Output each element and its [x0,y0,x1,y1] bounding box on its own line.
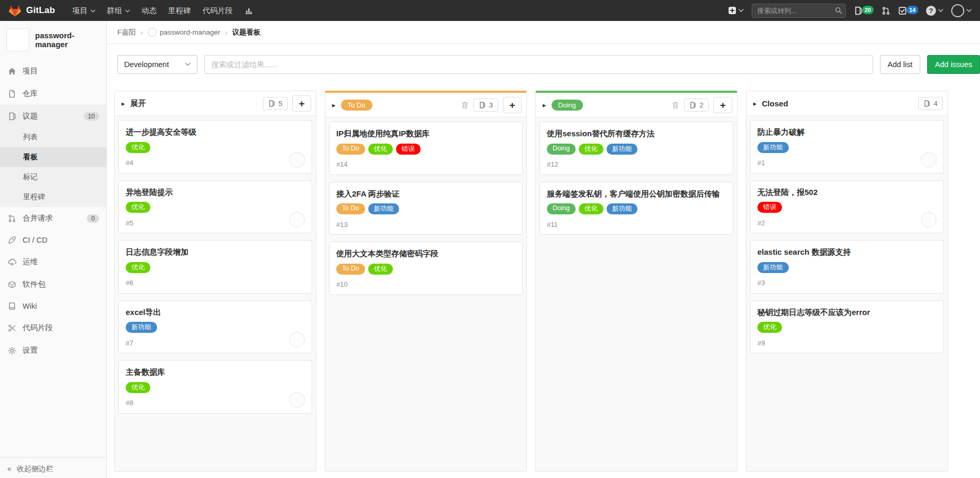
issue-card[interactable]: 接入2FA 两步验证To Do新功能#13 [329,182,523,235]
issue-label-pill[interactable]: 优化 [368,144,393,155]
issue-card[interactable]: 异地登陆提示优化#5 [118,180,312,234]
help-menu-button[interactable]: ? [926,6,943,16]
issue-label-pill[interactable]: Doing [547,144,576,155]
sidebar-item-设置[interactable]: 设置 [0,339,106,362]
sidebar-item-列表[interactable]: 列表 [0,127,106,147]
issue-count-badge: 5 [263,97,288,110]
issue-card[interactable]: 防止暴力破解新功能#1 [750,120,944,173]
issue-card[interactable]: 秘钥过期日志等级不应该为error优化#9 [750,300,944,354]
sidebar-project-context[interactable]: password-manager [0,21,106,60]
navbar-menu-item[interactable]: 群组 [101,0,136,21]
issue-label-pill[interactable]: To Do [336,264,365,275]
user-menu-button[interactable] [951,4,972,17]
issue-label-pill[interactable]: To Do [336,203,365,214]
navbar-issues-button[interactable]: 20 [854,6,874,15]
issue-card-title[interactable]: 使用session替代所有缓存方法 [547,128,726,139]
global-search-input[interactable] [752,4,846,18]
board-switcher-select[interactable]: Development [117,55,197,74]
issue-label-pill[interactable]: 优化 [126,262,150,273]
caret-right-icon[interactable]: ▸ [122,100,125,107]
column-label-pill[interactable]: Doing [552,100,583,111]
board-filter-input[interactable] [204,55,873,74]
issue-card[interactable]: 日志信息字段增加优化#6 [118,240,312,294]
issue-label-pill[interactable]: 优化 [126,382,150,393]
issue-card-title[interactable]: 秘钥过期日志等级不应该为error [757,307,937,318]
issue-card-title[interactable]: 服务端签发私钥，客户端使用公钥加密数据后传输 [547,189,726,199]
caret-right-icon[interactable]: ▸ [753,100,757,107]
issue-label-pill[interactable]: 错误 [757,202,782,213]
sidebar-item-软件包[interactable]: 软件包 [0,273,106,296]
issue-card-title[interactable]: excel导出 [126,307,305,318]
navbar-merge-requests-button[interactable] [882,6,890,15]
issue-card[interactable]: 无法登陆，报502错误#2 [750,180,944,234]
issue-card-title[interactable]: 主备数据库 [126,367,305,377]
sidebar-item-项目[interactable]: 项目 [0,60,106,82]
sidebar-item-合并请求[interactable]: 合并请求0 [0,207,106,230]
issue-card-title[interactable]: 无法登陆，报502 [757,187,937,198]
navbar-menu-item[interactable]: 里程碑 [162,0,197,21]
sidebar-item-标记[interactable]: 标记 [0,167,106,187]
add-list-button[interactable]: Add list [880,55,921,74]
sidebar-item-仓库[interactable]: 仓库 [0,82,106,105]
issue-label-pill[interactable]: 新功能 [757,262,789,273]
issue-card-title[interactable]: 进一步提高安全等级 [126,127,305,137]
issue-label-pill[interactable]: 优化 [126,202,150,213]
issue-label-pill[interactable]: 新功能 [368,203,400,214]
issue-card-title[interactable]: 接入2FA 两步验证 [336,189,515,199]
issue-label-pill[interactable]: 优化 [579,203,603,214]
issue-card[interactable]: elastic search 数据源支持新功能#3 [750,240,944,294]
add-issues-button[interactable]: Add issues [927,55,980,74]
collapse-sidebar-button[interactable]: « 收起侧边栏 [0,457,106,478]
navbar-todos-button[interactable]: 14 [898,6,918,15]
issue-label-pill[interactable]: Doing [547,203,576,214]
breadcrumb-project-link[interactable]: password-manager [148,28,221,37]
navbar-menu-item[interactable]: 代码片段 [197,0,239,21]
sidebar-item-label: 软件包 [23,279,46,289]
add-issue-to-list-button[interactable]: + [503,97,522,113]
issue-card[interactable]: IP归属地使用纯真IP数据库To Do优化错误#14 [329,122,523,175]
issue-label-pill[interactable]: 错误 [396,144,421,155]
issue-card[interactable]: 使用session替代所有缓存方法Doing优化新功能#12 [539,122,733,175]
issue-card-title[interactable]: 日志信息字段增加 [126,247,305,257]
board-column-body: IP归属地使用纯真IP数据库To Do优化错误#14接入2FA 两步验证To D… [325,117,526,471]
sidebar-item-议题[interactable]: 议题10 [0,105,106,127]
issue-card-title[interactable]: elastic search 数据源支持 [757,247,937,257]
issue-card[interactable]: 主备数据库优化#8 [118,360,312,414]
column-label-pill[interactable]: To Do [341,100,372,111]
issue-card[interactable]: 使用大文本类型存储密码字段To Do优化#10 [329,242,523,295]
add-issue-to-list-button[interactable]: + [713,97,732,113]
gitlab-logo[interactable]: GitLab [8,4,55,17]
navbar-menu-item[interactable]: 项目 [67,0,101,21]
delete-list-icon[interactable] [461,101,469,109]
sidebar-item-看板[interactable]: 看板 [0,147,106,167]
issue-card-title[interactable]: 防止暴力破解 [757,127,937,137]
add-issue-to-list-button[interactable]: + [292,95,311,112]
navbar-menu-item[interactable]: 动态 [136,0,162,21]
issue-label-pill[interactable]: 新功能 [126,322,157,333]
issue-card[interactable]: excel导出新功能#7 [118,300,312,354]
delete-list-icon[interactable] [671,101,679,109]
issue-label-pill[interactable]: 新功能 [757,142,789,153]
sidebar-item-里程碑[interactable]: 里程碑 [0,187,106,207]
issue-card[interactable]: 服务端签发私钥，客户端使用公钥加密数据后传输Doing优化新功能#11 [539,182,733,235]
sidebar-item-代码片段[interactable]: 代码片段 [0,317,106,339]
issue-card-title[interactable]: 使用大文本类型存储密码字段 [336,248,515,259]
issue-label-pill[interactable]: 优化 [757,322,782,333]
sidebar-item-Wiki[interactable]: Wiki [0,296,106,317]
breadcrumb-group-link[interactable]: F嘉阳 [117,28,136,37]
issue-label-pill[interactable]: 优化 [368,264,393,275]
issue-card-title[interactable]: IP归属地使用纯真IP数据库 [336,128,515,139]
issue-label-pill[interactable]: 新功能 [607,203,638,214]
new-menu-button[interactable] [728,6,744,15]
caret-right-icon[interactable]: ▸ [332,102,336,108]
charts-menu-item[interactable] [239,0,259,21]
issue-label-pill[interactable]: 优化 [126,142,150,153]
issue-label-pill[interactable]: 优化 [579,144,603,155]
issue-label-pill[interactable]: To Do [336,144,365,155]
sidebar-item-运维[interactable]: 运维 [0,251,106,273]
sidebar-item-CI / CD[interactable]: CI / CD [0,230,106,251]
issue-label-pill[interactable]: 新功能 [607,144,638,155]
issue-card[interactable]: 进一步提高安全等级优化#4 [118,120,312,173]
issue-card-title[interactable]: 异地登陆提示 [126,187,305,198]
caret-right-icon[interactable]: ▸ [543,102,546,108]
